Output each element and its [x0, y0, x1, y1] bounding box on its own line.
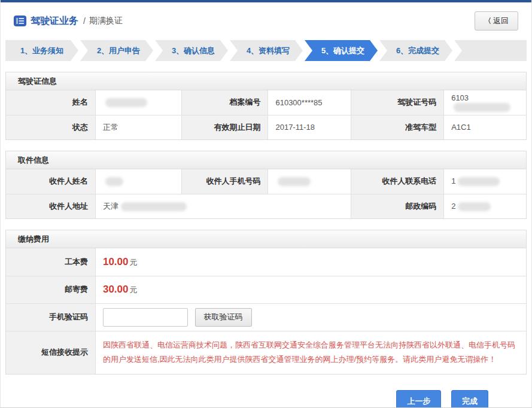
expiry-label: 有效期止日期 — [182, 115, 268, 139]
fees-section: 缴纳费用 工本费 10.00元 邮寄费 30.00元 手机验证码 获取验证码 短… — [5, 230, 527, 374]
status-label: 状态 — [6, 115, 95, 139]
work-fee-label: 工本费 — [6, 248, 95, 276]
sms-code-label: 手机验证码 — [6, 303, 95, 331]
postcode-label: 邮政编码 — [351, 194, 444, 218]
step-wizard: 1、业务须知 2、用户申告 3、确认信息 4、资料填写 5、确认提交 6、完成提… — [5, 40, 527, 61]
step-3-confirm-info[interactable]: 3、确认信息 — [155, 40, 228, 61]
sms-code-cell: 获取验证码 — [95, 303, 526, 331]
redacted-recipient-contact — [458, 177, 500, 186]
license-info-table: 姓名 档案编号 610300****85 驾驶证号码 6103 状态 正常 有效… — [6, 90, 526, 139]
step-5-confirm-submit[interactable]: 5、确认提交 — [305, 40, 378, 61]
redacted-license-no — [454, 103, 510, 112]
postcode-value: 2 — [444, 194, 526, 218]
work-fee-value: 10.00元 — [95, 248, 526, 276]
work-fee-unit: 元 — [130, 258, 138, 267]
back-chevron-icon: 〈 — [484, 17, 491, 25]
license-business-icon — [14, 16, 26, 26]
name-label: 姓名 — [6, 90, 95, 115]
license-info-section: 驾驶证信息 姓名 档案编号 610300****85 驾驶证号码 6103 状态… — [5, 72, 527, 140]
breadcrumb-current: 期满换证 — [89, 16, 123, 26]
step-2-declaration[interactable]: 2、用户申告 — [80, 40, 153, 61]
table-row: 邮寄费 30.00元 — [6, 276, 526, 303]
redacted-recipient-name — [105, 177, 123, 186]
sms-notice-label: 短信接收提示 — [6, 331, 95, 374]
vehicle-class-label: 准驾车型 — [351, 115, 444, 139]
recipient-contact-label: 收件人联系电话 — [351, 169, 444, 194]
license-no-label: 驾驶证号码 — [351, 90, 444, 115]
recipient-mobile-value — [268, 169, 351, 194]
recipient-name-value — [95, 169, 181, 194]
pickup-section-title: 取件信息 — [6, 151, 526, 169]
license-no-value: 6103 — [444, 90, 526, 115]
table-row: 姓名 档案编号 610300****85 驾驶证号码 6103 — [6, 90, 526, 115]
breadcrumb-separator: / — [83, 16, 86, 26]
get-sms-code-button[interactable]: 获取验证码 — [195, 308, 252, 327]
back-button-label: 返回 — [493, 16, 509, 25]
recipient-contact-value: 1 — [444, 169, 526, 194]
post-fee-unit: 元 — [130, 285, 138, 294]
post-fee-value: 30.00元 — [95, 276, 526, 303]
table-row: 短信接收提示 因陕西省联通、电信运营商技术问题，陕西省互联网交通安全综合服务管理… — [6, 331, 526, 374]
finish-button[interactable]: 完成 — [451, 390, 488, 408]
table-row: 状态 正常 有效期止日期 2017-11-18 准驾车型 A1C1 — [6, 115, 526, 139]
table-row: 收件人地址 天津 邮政编码 2 — [6, 194, 526, 218]
step-bar-filler — [454, 40, 527, 61]
fees-table: 工本费 10.00元 邮寄费 30.00元 手机验证码 获取验证码 短信接收提示… — [6, 248, 526, 374]
step-6-complete[interactable]: 6、完成提交 — [379, 40, 452, 61]
license-section-title: 驾驶证信息 — [6, 72, 526, 90]
expiry-value: 2017-11-18 — [268, 115, 351, 139]
post-fee-label: 邮寄费 — [6, 276, 95, 303]
sms-code-input[interactable] — [103, 308, 188, 327]
sms-notice-text: 因陕西省联通、电信运营商技术问题，陕西省互联网交通安全综合服务管理平台无法向持陕… — [103, 338, 518, 367]
table-row: 收件人姓名 收件人手机号码 收件人联系电话 1 — [6, 169, 526, 194]
vehicle-class-value: A1C1 — [444, 115, 526, 139]
table-row: 工本费 10.00元 — [6, 248, 526, 276]
pickup-info-table: 收件人姓名 收件人手机号码 收件人联系电话 1 收件人地址 天津 邮政编码 2 — [6, 169, 526, 218]
sms-notice-cell: 因陕西省联通、电信运营商技术问题，陕西省互联网交通安全综合服务管理平台无法向持陕… — [95, 331, 526, 374]
recipient-mobile-label: 收件人手机号码 — [182, 169, 268, 194]
recipient-address-value: 天津 — [95, 194, 351, 218]
work-fee-amount: 10.00 — [103, 256, 129, 267]
redacted-name — [105, 98, 147, 107]
archive-no-label: 档案编号 — [182, 90, 268, 115]
name-value — [95, 90, 181, 115]
recipient-name-label: 收件人姓名 — [6, 169, 95, 194]
footer-actions: 上一步 完成 — [5, 385, 527, 408]
step-1-notice[interactable]: 1、业务须知 — [5, 40, 78, 61]
redacted-recipient-address — [121, 202, 187, 211]
fees-section-title: 缴纳费用 — [6, 230, 526, 248]
back-button[interactable]: 〈返回 — [475, 11, 518, 31]
status-value: 正常 — [95, 115, 181, 139]
redacted-postcode — [458, 202, 491, 211]
table-row: 手机验证码 获取验证码 — [6, 303, 526, 331]
archive-no-value: 610300****85 — [268, 90, 351, 115]
step-4-fill-data[interactable]: 4、资料填写 — [230, 40, 303, 61]
page-title: 驾驶证业务 — [31, 15, 78, 28]
page-header: 驾驶证业务 / 期满换证 〈返回 — [5, 2, 527, 39]
post-fee-amount: 30.00 — [103, 284, 129, 295]
pickup-info-section: 取件信息 收件人姓名 收件人手机号码 收件人联系电话 1 收件人地址 天津 邮政… — [5, 151, 527, 219]
redacted-recipient-mobile — [278, 177, 311, 186]
previous-step-button[interactable]: 上一步 — [396, 390, 441, 408]
recipient-address-label: 收件人地址 — [6, 194, 95, 218]
